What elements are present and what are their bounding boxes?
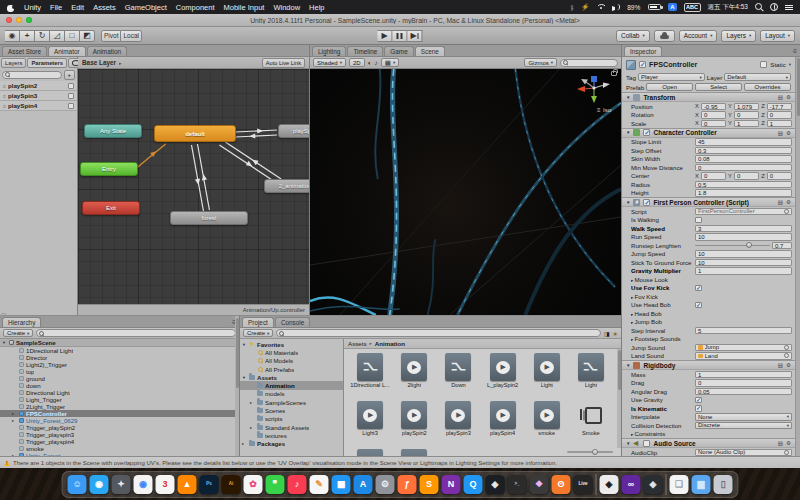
text-field[interactable]: 1 xyxy=(695,267,792,275)
folder-tree-item[interactable]: ▸ SampleScenes xyxy=(240,398,343,406)
hierarchy-item[interactable]: ▸ Unity_Forest_0629 xyxy=(0,417,239,424)
presets-icon[interactable]: ▤ xyxy=(778,440,783,446)
text-field[interactable]: 10 xyxy=(695,233,792,241)
object-picker-icon[interactable] xyxy=(784,209,789,214)
parameter-row[interactable]: ≡ playSpin3 xyxy=(0,91,77,101)
folder-tree-item[interactable]: Scenes xyxy=(240,406,343,414)
dock-app-icon[interactable]: ▦ xyxy=(332,475,351,494)
dock-app-icon[interactable]: ✎ xyxy=(310,475,329,494)
dock-app-icon[interactable]: ▯ xyxy=(714,475,733,494)
dock-app-icon[interactable]: ◈ xyxy=(644,475,663,494)
asset-item[interactable]: smoke xyxy=(527,401,567,447)
lock-icon[interactable] xyxy=(611,71,617,76)
prefab-overrides-button[interactable]: Overrides xyxy=(744,83,791,92)
add-parameter-button[interactable]: + xyxy=(64,70,75,80)
menubar-item[interactable]: Mobile Input xyxy=(224,3,265,12)
panel-menu-icon[interactable]: -≡ xyxy=(793,48,797,54)
inspector-scrollbar[interactable] xyxy=(795,57,800,456)
menubar-item[interactable]: Component xyxy=(176,3,215,12)
volume-icon[interactable] xyxy=(612,4,620,11)
drag-handle-icon[interactable]: ≡ xyxy=(3,103,6,109)
transform-component-header[interactable]: ▼ Transform ▤⚙ xyxy=(622,92,795,102)
hierarchy-item[interactable]: Trigger_playSpin2 xyxy=(0,424,239,431)
slider-value-field[interactable]: 0.7 xyxy=(772,242,792,250)
scene-viewport[interactable]: ≡Iso xyxy=(310,69,621,315)
gizmos-dropdown[interactable]: Gizmos▾ xyxy=(524,58,557,67)
object-reference-field[interactable]: Land xyxy=(695,352,792,360)
auto-live-link-button[interactable]: Auto Live Link xyxy=(262,58,305,68)
checkbox[interactable] xyxy=(695,285,702,292)
layout-dropdown[interactable]: Layout▾ xyxy=(760,30,795,42)
state-node[interactable]: Exit xyxy=(82,201,140,215)
minimize-window-button[interactable] xyxy=(16,17,22,23)
checkbox[interactable] xyxy=(695,302,702,309)
checkbox[interactable] xyxy=(695,405,702,412)
hierarchy-item[interactable]: smoke xyxy=(0,445,239,452)
dock-app-icon[interactable]: 3 xyxy=(156,475,175,494)
cloud-button[interactable] xyxy=(654,30,675,42)
play-button[interactable]: ▶ xyxy=(378,30,393,42)
object-reference-field[interactable]: Jump xyxy=(695,344,792,352)
expand-arrow-icon[interactable]: ▸ xyxy=(250,425,255,430)
folder-tree-item[interactable]: ▸ Packages xyxy=(240,440,343,448)
hierarchy-item[interactable]: Director xyxy=(0,354,239,361)
folder-tree-item[interactable]: ▸ Standard Assets xyxy=(240,423,343,431)
object-picker-icon[interactable] xyxy=(784,353,789,358)
presets-icon[interactable]: ▤ xyxy=(778,130,783,136)
effects-dropdown[interactable]: ▦▾ xyxy=(381,58,399,67)
collab-dropdown[interactable]: Collab▾ xyxy=(616,30,650,42)
apple-menu-icon[interactable] xyxy=(7,3,15,12)
object-picker-icon[interactable] xyxy=(784,450,789,455)
gear-icon[interactable]: ⚙ xyxy=(786,130,791,136)
expand-arrow-icon[interactable]: ▼ xyxy=(242,342,247,347)
parameter-search-input[interactable] xyxy=(2,71,62,79)
layers-tab-button[interactable]: Layers xyxy=(1,58,26,68)
dock-app-icon[interactable]: ◈ xyxy=(486,475,505,494)
dock-app-icon[interactable]: ✿ xyxy=(244,475,263,494)
fps-controller-header[interactable]: ▼# First Person Controller (Script) ▤⚙ xyxy=(622,197,795,207)
menubar-item[interactable]: GameObject xyxy=(125,3,167,12)
panel-tab[interactable]: Project xyxy=(242,317,274,327)
dock-app-icon[interactable]: ʘ xyxy=(552,475,571,494)
maximize-window-button[interactable] xyxy=(26,17,32,23)
layers-dropdown[interactable]: Layers▾ xyxy=(721,30,756,42)
siri-icon[interactable] xyxy=(770,3,778,11)
z-field[interactable]: -17.7 xyxy=(767,103,792,111)
folder-tree-item[interactable]: All Prefabs xyxy=(240,365,343,373)
menubar-item[interactable]: File xyxy=(50,3,62,12)
gear-icon[interactable]: ⚙ xyxy=(786,362,791,368)
asset-item[interactable] xyxy=(394,449,434,456)
projection-mode-label[interactable]: ≡Iso xyxy=(597,107,611,113)
scene-audio-icon[interactable]: ♪ xyxy=(375,59,378,66)
drag-handle-icon[interactable]: ≡ xyxy=(3,93,6,99)
dock-app-icon[interactable]: S xyxy=(420,475,439,494)
text-field[interactable]: 0 xyxy=(695,164,792,172)
prefab-select-button[interactable]: Select xyxy=(695,83,742,92)
y-field[interactable]: 1.079 xyxy=(734,103,759,111)
hierarchy-item[interactable]: down xyxy=(0,382,239,389)
presets-icon[interactable]: ▤ xyxy=(778,94,783,100)
text-field[interactable]: 0.3 xyxy=(695,147,792,155)
dropdown-field[interactable]: None▾ xyxy=(695,413,792,421)
asset-item[interactable]: Light xyxy=(527,353,567,399)
hierarchy-item[interactable]: 1Directional Light xyxy=(0,347,239,354)
expand-arrow-icon[interactable]: ▸ xyxy=(242,441,247,446)
text-field[interactable]: 10 xyxy=(695,259,792,267)
text-field[interactable]: 5 xyxy=(695,327,792,335)
battery-bolt-icon[interactable]: ⚡ xyxy=(581,3,589,11)
folder-tree-item[interactable]: ▼ Assets xyxy=(240,373,343,381)
object-reference-field[interactable]: None (Audio Clip) xyxy=(695,449,792,457)
dock-app-icon[interactable]: Ai xyxy=(222,475,241,494)
hierarchy-item[interactable]: Trigger_playspin4 xyxy=(0,438,239,445)
breadcrumb-root[interactable]: Assets xyxy=(348,340,367,347)
text-field[interactable]: 10 xyxy=(695,250,792,258)
create-button[interactable]: Create▾ xyxy=(3,329,33,338)
folder-tree-item[interactable]: Animation xyxy=(240,381,343,389)
input-source-a-badge[interactable]: A xyxy=(668,3,676,11)
transform-tool-button[interactable] xyxy=(35,30,50,42)
state-machine-graph[interactable]: Any State default playSpin4 xyxy=(78,69,309,304)
hierarchy-scrollbar[interactable] xyxy=(235,316,239,456)
text-field[interactable]: 0.05 xyxy=(695,388,792,396)
checkbox[interactable] xyxy=(695,397,702,404)
dock-app-icon[interactable]: Live xyxy=(574,475,593,494)
